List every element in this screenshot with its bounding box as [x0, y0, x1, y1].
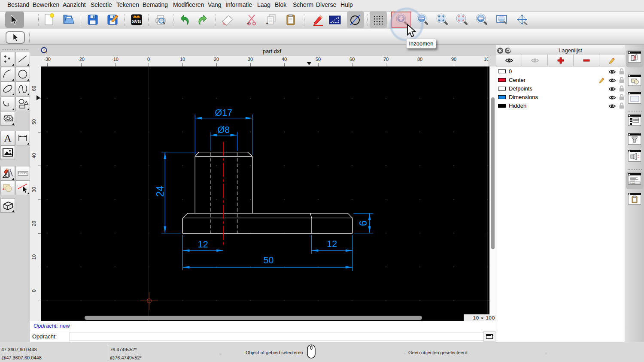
svg-text:12: 12	[327, 239, 337, 249]
svg-text:> opdr: > opdr	[630, 182, 635, 184]
svg-text:+: +	[247, 21, 249, 26]
svg-text:24: 24	[155, 186, 166, 197]
svg-text:50: 50	[264, 255, 274, 265]
svg-text:Ø17: Ø17	[215, 108, 232, 118]
svg-text:Ø8: Ø8	[217, 125, 230, 135]
svg-text:+: +	[266, 21, 268, 26]
svg-text:SVG: SVG	[132, 19, 141, 24]
svg-text:6: 6	[358, 220, 369, 226]
svg-text:12: 12	[198, 239, 208, 250]
svg-text:A: A	[4, 133, 12, 144]
